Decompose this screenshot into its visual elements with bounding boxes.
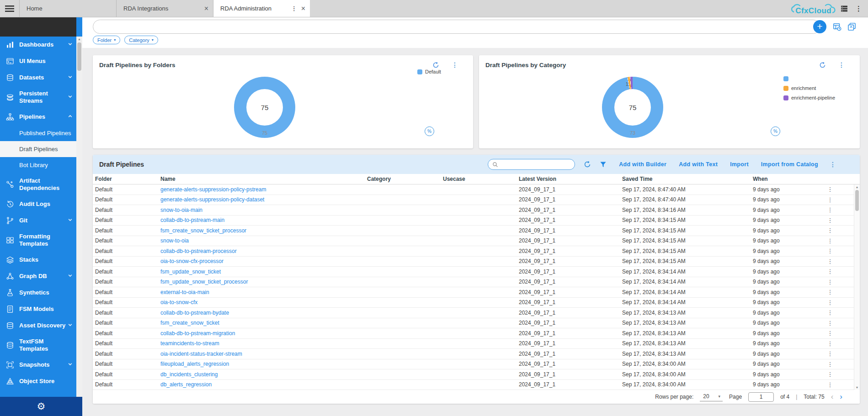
- table-menu-kebab-icon[interactable]: ⋮: [830, 161, 836, 168]
- tab-rda-administration[interactable]: RDA Administration⋮×: [213, 0, 310, 17]
- sidebar-item-pipelines[interactable]: Pipelines: [0, 109, 76, 125]
- refresh-icon[interactable]: [819, 62, 826, 68]
- tab-menu-kebab-icon[interactable]: ⋮: [291, 5, 297, 12]
- row-actions-kebab-icon[interactable]: ⋮: [825, 186, 835, 193]
- refresh-icon[interactable]: [584, 161, 591, 168]
- row-actions-kebab-icon[interactable]: ⋮: [825, 237, 835, 244]
- row-actions-kebab-icon[interactable]: ⋮: [825, 361, 835, 368]
- sidebar-item-git[interactable]: Git: [0, 212, 76, 229]
- sidebar-item-graph-db[interactable]: Graph DB: [0, 268, 76, 284]
- window-copy-icon[interactable]: [847, 22, 856, 31]
- pipeline-name-link[interactable]: fileupload_alerts_regression: [160, 361, 367, 367]
- sidebar-scrollbar[interactable]: ▲: [76, 37, 82, 397]
- prev-page-icon[interactable]: ‹: [831, 392, 834, 401]
- row-actions-kebab-icon[interactable]: ⋮: [825, 196, 835, 203]
- pipeline-name-link[interactable]: oia-incident-status-tracker-stream: [160, 351, 367, 357]
- tab-close-icon[interactable]: ×: [301, 5, 305, 12]
- add-with-text-button[interactable]: Add with Text: [679, 161, 718, 168]
- add-button[interactable]: +: [813, 20, 826, 33]
- pipeline-name-link[interactable]: collab-db-to-pstream-bydate: [160, 310, 367, 316]
- sidebar-item-datasets[interactable]: Datasets: [0, 69, 76, 86]
- pipeline-name-link[interactable]: generate-alerts-suppression-policy-pstre…: [160, 186, 367, 193]
- row-actions-kebab-icon[interactable]: ⋮: [825, 299, 835, 306]
- row-actions-kebab-icon[interactable]: ⋮: [825, 268, 835, 275]
- folders-donut-chart[interactable]: 75 75: [234, 77, 295, 138]
- row-actions-kebab-icon[interactable]: ⋮: [825, 206, 835, 213]
- row-actions-kebab-icon[interactable]: ⋮: [825, 309, 835, 316]
- row-actions-kebab-icon[interactable]: ⋮: [825, 381, 835, 388]
- scroll-down-icon[interactable]: ▼: [854, 386, 860, 389]
- pipeline-name-link[interactable]: collab-db-to-pstream-migration: [160, 330, 367, 337]
- pipeline-name-link[interactable]: external-to-oia-main: [160, 289, 367, 295]
- pipeline-name-link[interactable]: oia-to-snow-cfx-processor: [160, 258, 367, 264]
- pipeline-name-link[interactable]: snow-to-oia: [160, 237, 367, 244]
- scroll-up-icon[interactable]: ▲: [854, 185, 860, 189]
- tab-home[interactable]: Home: [19, 0, 116, 17]
- percent-toggle-icon[interactable]: %: [425, 126, 434, 136]
- pipeline-name-link[interactable]: teamincidents-to-stream: [160, 340, 367, 347]
- pipeline-name-link[interactable]: fsm_update_snow_ticket: [160, 269, 367, 275]
- chart-menu-kebab-icon[interactable]: ⋮: [452, 61, 458, 68]
- sidebar-item-persistent-streams[interactable]: Persistent Streams: [0, 86, 76, 109]
- pipeline-name-link[interactable]: collab-db-to-pstream-processor: [160, 248, 367, 254]
- filter-chip-category[interactable]: Category▾: [124, 36, 158, 44]
- percent-toggle-icon[interactable]: %: [771, 126, 780, 136]
- legend-item-item[interactable]: [783, 76, 835, 81]
- row-actions-kebab-icon[interactable]: ⋮: [825, 340, 835, 347]
- import-from-catalog-button[interactable]: Import from Catalog: [761, 161, 818, 168]
- table-scrollbar[interactable]: ▲ ▼: [854, 184, 860, 390]
- app-menu-kebab-icon[interactable]: ⋮: [855, 5, 862, 13]
- refresh-icon[interactable]: [432, 62, 439, 68]
- filter-chip-folder[interactable]: Folder▾: [93, 36, 120, 44]
- sidebar-item-formatting-templates[interactable]: Formatting Templates: [0, 229, 76, 252]
- filter-funnel-icon[interactable]: [600, 161, 607, 168]
- pipeline-name-link[interactable]: db_incidents_clustering: [160, 371, 367, 378]
- row-actions-kebab-icon[interactable]: ⋮: [825, 371, 835, 378]
- sidebar-item-dashboards[interactable]: Dashboards: [0, 37, 76, 53]
- import-button[interactable]: Import: [730, 161, 749, 168]
- sidebar-item-ui-menus[interactable]: UI Menus: [0, 53, 76, 69]
- page-input[interactable]: 1: [748, 392, 774, 402]
- sidebar-subitem-draft-pipelines[interactable]: Draft Pipelines: [0, 141, 76, 157]
- sidebar-subitem-published-pipelines[interactable]: Published Pipelines: [0, 125, 76, 141]
- row-actions-kebab-icon[interactable]: ⋮: [825, 330, 835, 337]
- row-actions-kebab-icon[interactable]: ⋮: [825, 227, 835, 234]
- pipeline-name-link[interactable]: oia-to-snow-cfx: [160, 299, 367, 305]
- row-actions-kebab-icon[interactable]: ⋮: [825, 320, 835, 326]
- sidebar-item-object-store[interactable]: Object Store: [0, 373, 76, 390]
- sidebar-subitem-bot-library[interactable]: Bot Library: [0, 157, 76, 173]
- pipeline-name-link[interactable]: collab-db-to-pstream-main: [160, 217, 367, 223]
- chart-menu-kebab-icon[interactable]: ⋮: [838, 61, 845, 68]
- table-scroll-thumb[interactable]: [855, 190, 859, 211]
- row-actions-kebab-icon[interactable]: ⋮: [825, 279, 835, 285]
- add-with-builder-button[interactable]: Add with Builder: [619, 161, 666, 168]
- app-list-icon[interactable]: [840, 5, 848, 13]
- tab-close-icon[interactable]: ×: [204, 5, 208, 12]
- pipeline-name-link[interactable]: snow-to-oia-main: [160, 207, 367, 213]
- legend-item-default[interactable]: Default: [417, 69, 441, 74]
- row-actions-kebab-icon[interactable]: ⋮: [825, 247, 835, 254]
- row-actions-kebab-icon[interactable]: ⋮: [825, 289, 835, 295]
- row-actions-kebab-icon[interactable]: ⋮: [825, 258, 835, 265]
- hamburger-menu-button[interactable]: [0, 0, 19, 17]
- pipeline-name-link[interactable]: fsm_update_snow_ticket_processor: [160, 279, 367, 285]
- category-donut-chart[interactable]: 75 73 1: [602, 77, 663, 138]
- table-search-input[interactable]: [501, 161, 570, 168]
- pipeline-name-link[interactable]: fsm_create_snow_ticket: [160, 320, 367, 326]
- pipeline-name-link[interactable]: db_alerts_regression: [160, 381, 367, 388]
- table-search[interactable]: [488, 159, 575, 170]
- scroll-up-icon[interactable]: ▲: [76, 37, 82, 41]
- sidebar-item-stacks[interactable]: Stacks: [0, 252, 76, 268]
- sidebar-item-asset-discovery[interactable]: Asset Discovery: [0, 317, 76, 334]
- legend-item-enrichment[interactable]: enrichment: [783, 85, 835, 91]
- sidebar-item-snapshots[interactable]: Snapshots: [0, 357, 76, 373]
- sidebar-item-artifact-dependencies[interactable]: Artifact Dependencies: [0, 173, 76, 196]
- pipeline-name-link[interactable]: generate-alerts-suppression-policy-datas…: [160, 196, 367, 203]
- global-search-input[interactable]: [93, 20, 820, 34]
- next-page-icon[interactable]: ›: [840, 392, 842, 401]
- row-actions-kebab-icon[interactable]: ⋮: [825, 217, 835, 224]
- legend-item-enrichment-pipeline[interactable]: enrichment-pipeline: [783, 95, 835, 100]
- rows-per-page-select[interactable]: 20 ▾: [700, 393, 723, 401]
- sidebar-item-synthetics[interactable]: Synthetics: [0, 284, 76, 301]
- pipeline-name-link[interactable]: fsm_create_snow_ticket_processor: [160, 227, 367, 234]
